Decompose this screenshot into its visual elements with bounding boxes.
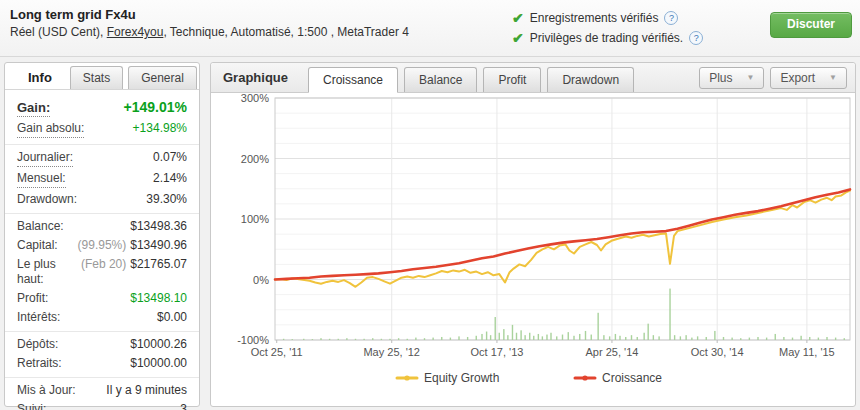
divider (5, 213, 199, 214)
plus-dropdown-button[interactable]: Plus▼ (699, 67, 764, 89)
activity-bar (669, 289, 670, 340)
activity-bar (450, 338, 451, 340)
activity-bar (615, 334, 616, 340)
activity-bar (512, 325, 513, 340)
legend-marker-dot (582, 375, 587, 380)
account-subtitle: Réel (USD Cent), Forex4you, Technique, A… (10, 25, 409, 39)
stat-row: Le plus haut:(Feb 20)$21765.07 (5, 255, 199, 289)
chart-tab-profit[interactable]: Profit (483, 67, 541, 92)
activity-bar (573, 336, 574, 340)
activity-bar (533, 336, 534, 340)
activity-bar (631, 335, 632, 340)
activity-bar (520, 330, 521, 340)
stat-row: Drawdown:39.30% (5, 190, 199, 209)
stat-row: Gain:+149.01% (5, 95, 199, 119)
account-title: Long term grid Fx4u (10, 7, 136, 22)
activity-bar (714, 331, 715, 340)
activity-bar (653, 335, 654, 340)
stat-label[interactable]: Suivi: (17, 402, 46, 410)
activity-bar (658, 336, 659, 340)
activity-bar (524, 335, 525, 340)
activity-bar (691, 338, 692, 340)
activity-bar (562, 335, 563, 340)
activity-bar (568, 332, 569, 340)
divider (5, 331, 199, 332)
stat-value: (99.95%)$13490.96 (78, 238, 187, 253)
legend-marker-dot (404, 375, 409, 380)
stat-label: Gain absolu: (17, 121, 84, 138)
activity-bar (637, 337, 638, 340)
activity-bar (398, 338, 399, 340)
stat-value: $13498.10 (130, 291, 187, 306)
sidebar-tab-general[interactable]: General (128, 66, 197, 89)
stat-row: Balance:$13498.36 (5, 217, 199, 236)
stat-label: Dépôts: (17, 337, 58, 352)
sidebar-tab-stats[interactable]: Stats (70, 66, 123, 89)
chart-tab-croissance[interactable]: Croissance (308, 67, 398, 93)
discuss-button[interactable]: Discuter (770, 12, 852, 38)
chart-toolbar: Plus▼Export▼ (699, 67, 847, 89)
green-check-icon: ✔ (512, 11, 524, 25)
activity-bar (546, 335, 547, 340)
activity-bar (685, 335, 686, 340)
stats-list: Gain:+149.01%Gain absolu:+134.98%Journal… (5, 90, 199, 410)
stat-value: +149.01% (124, 100, 187, 115)
stat-label: Mensuel: (17, 171, 66, 188)
activity-bar (809, 337, 810, 340)
stat-label: Gain: (17, 100, 50, 117)
activity-bar (647, 324, 648, 340)
activity-bar (381, 339, 382, 340)
activity-bar (458, 336, 459, 340)
sidebar-tab-bar: InfoStatsGeneral (5, 63, 199, 90)
activity-bar (674, 335, 675, 340)
activity-bar (542, 336, 543, 340)
stat-row: Mensuel:2.14% (5, 169, 199, 190)
activity-bar (835, 338, 836, 340)
activity-bar (556, 336, 557, 340)
legend-label: Equity Growth (424, 371, 499, 385)
activity-bar (844, 338, 845, 340)
stat-value: +134.98% (133, 121, 187, 136)
activity-bar (783, 337, 784, 340)
activity-bar (625, 337, 626, 340)
activity-bar (346, 338, 347, 340)
legend-label: Croissance (602, 371, 662, 385)
subtitle-pre: Réel (USD Cent), (10, 25, 107, 39)
activity-bar (529, 333, 530, 340)
activity-bar (503, 329, 504, 340)
activity-bar (766, 338, 767, 340)
divider (5, 377, 199, 378)
activity-bar (619, 336, 620, 340)
activity-bar (740, 338, 741, 340)
chart-panel-label: Graphique (223, 64, 288, 92)
activity-bar (407, 339, 408, 340)
stat-label: Capital: (17, 238, 58, 253)
activity-bar (579, 334, 580, 340)
help-icon[interactable]: ? (664, 11, 678, 25)
chart-tab-balance[interactable]: Balance (404, 67, 477, 92)
activity-bar (424, 338, 425, 340)
activity-bar (550, 333, 551, 340)
export-dropdown-button[interactable]: Export▼ (770, 67, 847, 89)
activity-bar (749, 338, 750, 340)
activity-bar (516, 333, 517, 340)
activity-bar (389, 339, 390, 340)
broker-link[interactable]: Forex4you (107, 25, 164, 39)
chart-tab-drawdown[interactable]: Drawdown (547, 67, 634, 92)
stat-label: Mis à Jour: (17, 383, 76, 398)
subtitle-post: , Technique, Automatisé, 1:500 , MetaTra… (163, 25, 408, 39)
stat-label: Retraits: (17, 356, 62, 371)
stat-row: Journalier:0.07% (5, 148, 199, 169)
activity-bar (792, 338, 793, 340)
stat-row: Dépôts:$10000.26 (5, 335, 199, 354)
stat-value: $10000.00 (130, 356, 187, 371)
verification-row: ✔Privilèges de trading vérifiés.? (512, 28, 703, 48)
button-label: Export (780, 71, 815, 85)
verification-label: Enregistrements vérifiés (530, 11, 659, 25)
help-icon[interactable]: ? (689, 31, 703, 45)
chart-tabs: CroissanceBalanceProfitDrawdown (308, 67, 640, 92)
sidebar-tab-info[interactable]: Info (15, 65, 65, 89)
activity-bar (432, 338, 433, 340)
myfxbook-widget: Long term grid Fx4u Réel (USD Cent), For… (0, 0, 860, 410)
activity-bar (283, 339, 284, 340)
